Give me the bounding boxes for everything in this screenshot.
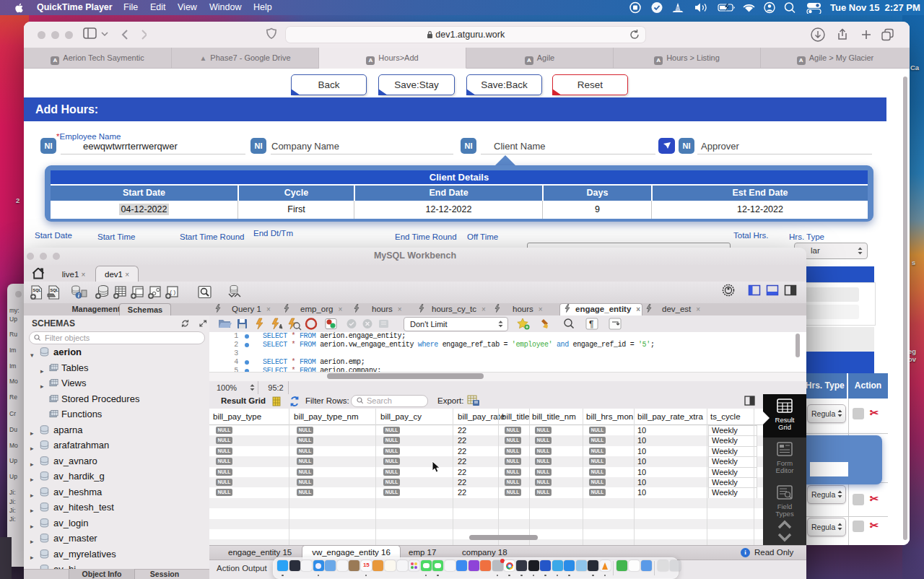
svg-text:¶: ¶	[589, 319, 593, 329]
